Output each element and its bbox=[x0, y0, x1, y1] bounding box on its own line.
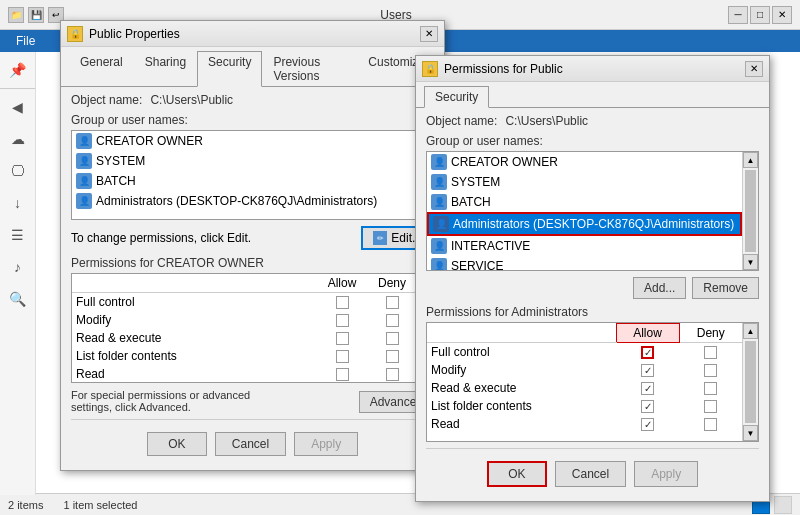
perm-row-fullcontrol: Full control bbox=[427, 343, 742, 362]
perm-user-scroll-thumb[interactable] bbox=[745, 170, 756, 252]
sidebar-monitor[interactable]: 🖵 bbox=[4, 157, 32, 185]
permissions-dialog-title-bar: 🔒 Permissions for Public ✕ bbox=[416, 56, 769, 82]
checkbox-read-allow[interactable] bbox=[336, 368, 349, 381]
perm-table-col-allow: Allow bbox=[616, 324, 679, 343]
user-icon-creator: 👤 bbox=[76, 133, 92, 149]
perm-list-item-service[interactable]: 👤 SERVICE bbox=[427, 256, 742, 271]
window-icon: 📁 bbox=[8, 7, 24, 23]
perm-list-item-admin[interactable]: 👤 Administrators (DESKTOP-CK876QJ\Admini… bbox=[427, 212, 742, 236]
ok-button[interactable]: OK bbox=[147, 432, 207, 456]
perm-checkbox-modify-deny[interactable] bbox=[704, 364, 717, 377]
minimize-button[interactable]: ─ bbox=[728, 6, 748, 24]
checkbox-fullcontrol-deny[interactable] bbox=[386, 296, 399, 309]
checkbox-fullcontrol-allow[interactable] bbox=[336, 296, 349, 309]
public-properties-close[interactable]: ✕ bbox=[420, 26, 438, 42]
perm-checkbox-fullcontrol-deny[interactable] bbox=[704, 346, 717, 359]
sidebar-back[interactable]: ◀ bbox=[4, 93, 32, 121]
close-button[interactable]: ✕ bbox=[772, 6, 792, 24]
list-item-batch[interactable]: 👤 BATCH bbox=[72, 171, 417, 191]
perm-group-label: Group or user names: bbox=[426, 134, 759, 148]
perm-cancel-button[interactable]: Cancel bbox=[555, 461, 626, 487]
apply-button[interactable]: Apply bbox=[294, 432, 358, 456]
perm-user-scrollbar[interactable]: ▲ ▼ bbox=[742, 152, 758, 270]
perm-apply-button[interactable]: Apply bbox=[634, 461, 698, 487]
user-list-items: 👤 CREATOR OWNER 👤 SYSTEM 👤 BATCH 👤 Admin… bbox=[72, 131, 417, 219]
perm-checkbox-listfolder-deny[interactable] bbox=[704, 400, 717, 413]
perm-list-item-system[interactable]: 👤 SYSTEM bbox=[427, 172, 742, 192]
perm-user-icon-creator: 👤 bbox=[431, 154, 447, 170]
perm-checkbox-modify-allow[interactable] bbox=[641, 364, 654, 377]
public-properties-title-bar: 🔒 Public Properties ✕ bbox=[61, 21, 444, 47]
perm-permissions-scrollbar[interactable]: ▲ ▼ bbox=[742, 323, 758, 441]
tab-general[interactable]: General bbox=[69, 51, 134, 87]
perm-checkbox-read-deny[interactable] bbox=[704, 418, 717, 431]
perm-checkbox-readexecute-allow[interactable] bbox=[641, 382, 654, 395]
permissions-list-box: Allow Deny Full control Modify bbox=[71, 273, 434, 383]
perm-row-read: Read bbox=[72, 365, 417, 383]
sidebar-music[interactable]: ♪ bbox=[4, 253, 32, 281]
list-item-system[interactable]: 👤 SYSTEM bbox=[72, 151, 417, 171]
window-controls[interactable]: ─ □ ✕ bbox=[728, 6, 792, 24]
perm-perms-scroll-up[interactable]: ▲ bbox=[743, 323, 758, 339]
list-item-administrators[interactable]: 👤 Administrators (DESKTOP-CK876QJ\Admini… bbox=[72, 191, 417, 211]
advanced-note: For special permissions or advanced sett… bbox=[71, 389, 281, 413]
perm-permissions-list: Allow Deny Full control bbox=[426, 322, 759, 442]
checkbox-readexecute-allow[interactable] bbox=[336, 332, 349, 345]
add-button[interactable]: Add... bbox=[633, 277, 686, 299]
perm-user-scroll-down[interactable]: ▼ bbox=[743, 254, 758, 270]
perm-perms-scroll-thumb[interactable] bbox=[745, 341, 756, 423]
properties-dialog-icon: 🔒 bbox=[67, 26, 83, 42]
list-item-creator-owner[interactable]: 👤 CREATOR OWNER bbox=[72, 131, 417, 151]
sidebar: 📌 ◀ ☁ 🖵 ↓ ☰ ♪ 🔍 bbox=[0, 52, 36, 495]
cancel-button[interactable]: Cancel bbox=[215, 432, 286, 456]
perm-checkbox-read-allow[interactable] bbox=[641, 418, 654, 431]
tiles-view-icon[interactable] bbox=[774, 496, 792, 514]
divider bbox=[71, 419, 434, 420]
checkbox-modify-deny[interactable] bbox=[386, 314, 399, 327]
checkbox-modify-allow[interactable] bbox=[336, 314, 349, 327]
perm-list-item-interactive[interactable]: 👤 INTERACTIVE bbox=[427, 236, 742, 256]
checkbox-readexecute-deny[interactable] bbox=[386, 332, 399, 345]
perm-ok-button[interactable]: OK bbox=[487, 461, 547, 487]
sidebar-pin[interactable]: 📌 bbox=[4, 56, 32, 84]
perm-user-action-buttons: Add... Remove bbox=[426, 277, 759, 299]
remove-button[interactable]: Remove bbox=[692, 277, 759, 299]
checkbox-listfolder-deny[interactable] bbox=[386, 350, 399, 363]
perm-user-list[interactable]: 👤 CREATOR OWNER 👤 SYSTEM 👤 BATCH 👤 Admin… bbox=[426, 151, 759, 271]
sidebar-cloud[interactable]: ☁ bbox=[4, 125, 32, 153]
perm-col-allow: Allow bbox=[317, 274, 367, 293]
permissions-dialog-close[interactable]: ✕ bbox=[745, 61, 763, 77]
public-properties-dialog: 🔒 Public Properties ✕ General Sharing Se… bbox=[60, 20, 445, 471]
perm-checkbox-listfolder-allow[interactable] bbox=[641, 400, 654, 413]
public-properties-title: Public Properties bbox=[89, 27, 414, 41]
user-list-box[interactable]: 👤 CREATOR OWNER 👤 SYSTEM 👤 BATCH 👤 Admin… bbox=[71, 130, 434, 220]
sidebar-download[interactable]: ↓ bbox=[4, 189, 32, 217]
permissions-dialog-title: Permissions for Public bbox=[444, 62, 739, 76]
perm-list-item-creator[interactable]: 👤 CREATOR OWNER bbox=[427, 152, 742, 172]
sidebar-menu[interactable]: ☰ bbox=[4, 221, 32, 249]
perm-object-name-value: C:\Users\Public bbox=[505, 114, 588, 128]
tab-security[interactable]: Security bbox=[197, 51, 262, 87]
perm-tab-security[interactable]: Security bbox=[424, 86, 489, 108]
maximize-button[interactable]: □ bbox=[750, 6, 770, 24]
title-bar-icons: 📁 💾 ↩ bbox=[8, 7, 64, 23]
perm-row-read: Read bbox=[427, 415, 742, 433]
tab-sharing[interactable]: Sharing bbox=[134, 51, 197, 87]
checkbox-listfolder-allow[interactable] bbox=[336, 350, 349, 363]
perm-user-scroll-up[interactable]: ▲ bbox=[743, 152, 758, 168]
permissions-dialog-tabs: Security bbox=[416, 82, 769, 108]
object-name-value: C:\Users\Public bbox=[150, 93, 233, 107]
sidebar-search[interactable]: 🔍 bbox=[4, 285, 32, 313]
perm-row-listfolder: List folder contents bbox=[427, 397, 742, 415]
tab-previous-versions[interactable]: Previous Versions bbox=[262, 51, 357, 87]
public-properties-tabs: General Sharing Security Previous Versio… bbox=[61, 47, 444, 87]
perm-row-fullcontrol: Full control bbox=[72, 293, 417, 312]
perm-checkbox-readexecute-deny[interactable] bbox=[704, 382, 717, 395]
file-menu[interactable]: File bbox=[6, 32, 45, 50]
perm-list-item-batch[interactable]: 👤 BATCH bbox=[427, 192, 742, 212]
perm-permissions-items: Allow Deny Full control bbox=[427, 323, 742, 441]
perm-checkbox-fullcontrol-allow[interactable] bbox=[641, 346, 654, 359]
checkbox-read-deny[interactable] bbox=[386, 368, 399, 381]
perm-perms-scroll-down[interactable]: ▼ bbox=[743, 425, 758, 441]
object-name-row: Object name: C:\Users\Public bbox=[71, 93, 434, 107]
